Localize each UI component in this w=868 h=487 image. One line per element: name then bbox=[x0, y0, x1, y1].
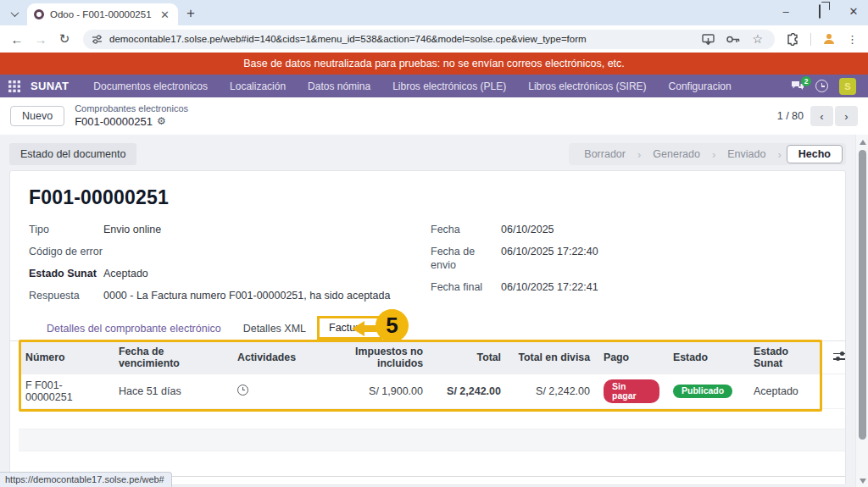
tab-search-button[interactable] bbox=[7, 6, 22, 21]
minimize-button[interactable]: – bbox=[780, 5, 792, 18]
table-row[interactable]: F F001-00000251 Hace 51 días S/ 1,900.00… bbox=[19, 374, 846, 409]
cell-estado[interactable]: Publicado bbox=[666, 374, 747, 409]
activity-clock-icon[interactable] bbox=[815, 80, 828, 92]
cell-vencimiento[interactable]: Hace 51 días bbox=[112, 374, 231, 409]
pago-badge: Sin pagar bbox=[604, 379, 659, 403]
tab-facturas-active[interactable]: Facturas bbox=[317, 316, 382, 340]
neutralized-db-banner: Base de datos neutralizada para pruebas:… bbox=[0, 53, 868, 75]
scroll-down-icon[interactable] bbox=[860, 479, 866, 484]
column-options-icon[interactable] bbox=[833, 351, 846, 362]
stage-generado[interactable]: Generado bbox=[641, 148, 712, 160]
activity-clock-icon[interactable] bbox=[237, 385, 248, 396]
extensions-icon[interactable] bbox=[787, 33, 799, 46]
cell-impuestos[interactable]: S/ 1,900.00 bbox=[315, 374, 430, 409]
back-button[interactable]: ← bbox=[7, 32, 27, 47]
restore-button[interactable] bbox=[814, 5, 826, 18]
apps-grid-icon[interactable] bbox=[8, 80, 20, 92]
nav-item-libros-ple[interactable]: Libros electrónicos (PLE) bbox=[383, 80, 515, 92]
send-to-device-icon[interactable] bbox=[702, 34, 715, 45]
field-value[interactable]: Aceptado bbox=[103, 267, 148, 280]
user-avatar[interactable]: S bbox=[839, 78, 856, 95]
col-vencimiento[interactable]: Fecha de vencimiento bbox=[112, 341, 231, 374]
col-numero[interactable]: Número bbox=[19, 341, 112, 374]
stage-borrador[interactable]: Borrador bbox=[572, 148, 637, 160]
nav-item-libros-sire[interactable]: Libros electrónicos (SIRE) bbox=[519, 80, 655, 92]
new-tab-button[interactable]: + bbox=[186, 5, 195, 22]
record-pager: 1 / 80 ‹ › bbox=[777, 106, 858, 126]
field-fecha-final: Fecha final 06/10/2025 17:22:41 bbox=[431, 280, 845, 294]
close-button[interactable]: ✕ bbox=[848, 5, 860, 18]
field-label: Estado Sunat bbox=[29, 267, 103, 280]
field-value[interactable]: Envio online bbox=[103, 223, 161, 236]
nav-item-localizacion[interactable]: Localización bbox=[220, 80, 295, 92]
notebook-tabs: Detalles del comprobante electrónico Det… bbox=[10, 316, 845, 341]
url-text: democontable17.solse.pe/web#id=140&cids=… bbox=[109, 34, 587, 44]
col-total[interactable]: Total bbox=[430, 341, 508, 374]
site-settings-icon[interactable] bbox=[92, 34, 103, 45]
cell-actividades[interactable] bbox=[231, 374, 315, 409]
col-pago[interactable]: Pago bbox=[597, 341, 666, 374]
empty-row bbox=[19, 429, 846, 451]
cell-total-divisa[interactable]: S/ 2,242.00 bbox=[508, 374, 597, 409]
browser-tab-title: Odoo - F001-00000251 bbox=[50, 9, 153, 19]
tab-detalles-comprobante[interactable]: Detalles del comprobante electrónico bbox=[36, 317, 232, 340]
col-impuestos[interactable]: Impuestos no incluidos bbox=[315, 341, 430, 374]
col-actividades[interactable]: Actividades bbox=[231, 341, 315, 374]
browser-tab[interactable]: Odoo - F001-00000251 ✕ bbox=[27, 3, 178, 25]
field-value[interactable]: 06/10/2025 17:22:40 bbox=[501, 245, 598, 272]
field-fecha: Fecha 06/10/2025 bbox=[431, 223, 845, 236]
cell-numero[interactable]: F F001-00000251 bbox=[19, 374, 112, 409]
cell-estado-sunat[interactable]: Aceptado bbox=[747, 374, 822, 409]
estado-documento-button[interactable]: Estado del documento bbox=[9, 143, 136, 165]
app-brand[interactable]: SUNAT bbox=[31, 80, 69, 92]
stage-enviado[interactable]: Enviado bbox=[715, 148, 777, 160]
nav-item-datos-nomina[interactable]: Datos nómina bbox=[298, 80, 380, 92]
browser-toolbar: ← → ↻ democontable17.solse.pe/web#id=140… bbox=[0, 25, 868, 53]
profile-avatar-icon[interactable] bbox=[822, 32, 836, 46]
status-pipeline: Borrador › Generado › Enviado › Hecho bbox=[569, 143, 846, 165]
vertical-scrollbar[interactable] bbox=[855, 135, 868, 487]
pager-previous-button[interactable]: ‹ bbox=[810, 106, 833, 126]
field-label: Fecha de envio bbox=[431, 245, 501, 272]
nav-item-configuracion[interactable]: Configuracion bbox=[659, 80, 741, 92]
estado-badge: Publicado bbox=[673, 385, 732, 399]
field-label: Respuesta bbox=[29, 289, 103, 302]
gear-icon[interactable]: ⚙ bbox=[157, 115, 166, 128]
field-fecha-envio: Fecha de envio 06/10/2025 17:22:40 bbox=[431, 245, 845, 272]
total-impuestos: S/ 1,900.00 bbox=[315, 477, 430, 485]
password-key-icon[interactable] bbox=[726, 35, 740, 44]
chat-button[interactable]: 2 bbox=[791, 80, 804, 91]
field-value[interactable]: 0000 - La Factura numero F001-00000251, … bbox=[103, 289, 390, 302]
pager-next-button[interactable]: › bbox=[835, 106, 858, 126]
col-estado[interactable]: Estado bbox=[666, 341, 747, 374]
stage-hecho-active[interactable]: Hecho bbox=[787, 145, 843, 163]
field-respuesta: Respuesta 0000 - La Factura numero F001-… bbox=[29, 289, 431, 302]
nav-item-documentos[interactable]: Documentos electronicos bbox=[84, 80, 217, 92]
col-total-divisa[interactable]: Total en divisa bbox=[508, 341, 597, 374]
tab-detalles-xml[interactable]: Detalles XML bbox=[232, 317, 317, 340]
field-value[interactable]: 06/10/2025 17:22:41 bbox=[501, 280, 598, 294]
new-button[interactable]: Nuevo bbox=[10, 106, 64, 126]
breadcrumb-parent[interactable]: Comprobantes electronicos bbox=[75, 103, 188, 115]
bookmark-star-icon[interactable]: ☆ bbox=[752, 32, 763, 46]
col-estado-sunat[interactable]: Estado Sunat bbox=[747, 341, 822, 374]
document-title: F001-00000251 bbox=[29, 186, 845, 209]
facturas-list: Número Fecha de vencimiento Actividades … bbox=[19, 341, 845, 485]
browser-menu-icon[interactable]: ⋮ bbox=[847, 33, 858, 46]
field-codigo-error: Código de error bbox=[29, 245, 431, 258]
cell-total[interactable]: S/ 2,242.00 bbox=[430, 374, 508, 409]
odoo-favicon-icon bbox=[34, 9, 44, 19]
address-bar[interactable]: democontable17.solse.pe/web#id=140&cids=… bbox=[83, 30, 775, 49]
reload-button[interactable]: ↻ bbox=[54, 31, 75, 47]
chat-badge: 2 bbox=[801, 76, 811, 86]
table-header-row: Número Fecha de vencimiento Actividades … bbox=[19, 341, 846, 374]
tab-close-icon[interactable]: ✕ bbox=[159, 8, 171, 21]
form-view: Estado del documento Borrador › Generado… bbox=[0, 135, 868, 487]
forward-button[interactable]: → bbox=[31, 32, 51, 47]
scrollbar-thumb[interactable] bbox=[859, 150, 866, 440]
scroll-up-icon[interactable] bbox=[860, 140, 866, 145]
field-value[interactable]: 06/10/2025 bbox=[501, 223, 554, 236]
cell-pago[interactable]: Sin pagar bbox=[597, 374, 666, 409]
restore-icon bbox=[819, 4, 821, 19]
field-label: Código de error bbox=[29, 245, 103, 258]
